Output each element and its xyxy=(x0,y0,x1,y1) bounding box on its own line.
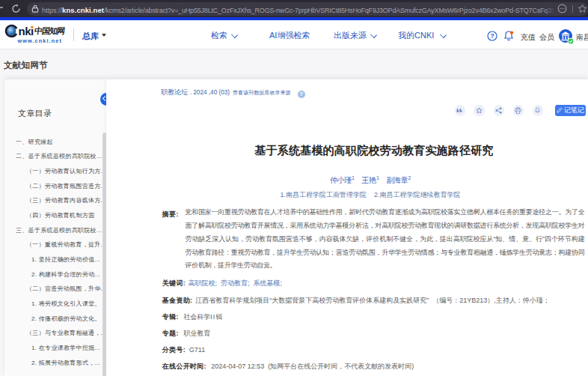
svg-text:中国知网: 中国知网 xyxy=(34,27,66,36)
svg-text:www.cnki.net: www.cnki.net xyxy=(17,37,62,44)
svg-text:?: ? xyxy=(491,32,494,40)
